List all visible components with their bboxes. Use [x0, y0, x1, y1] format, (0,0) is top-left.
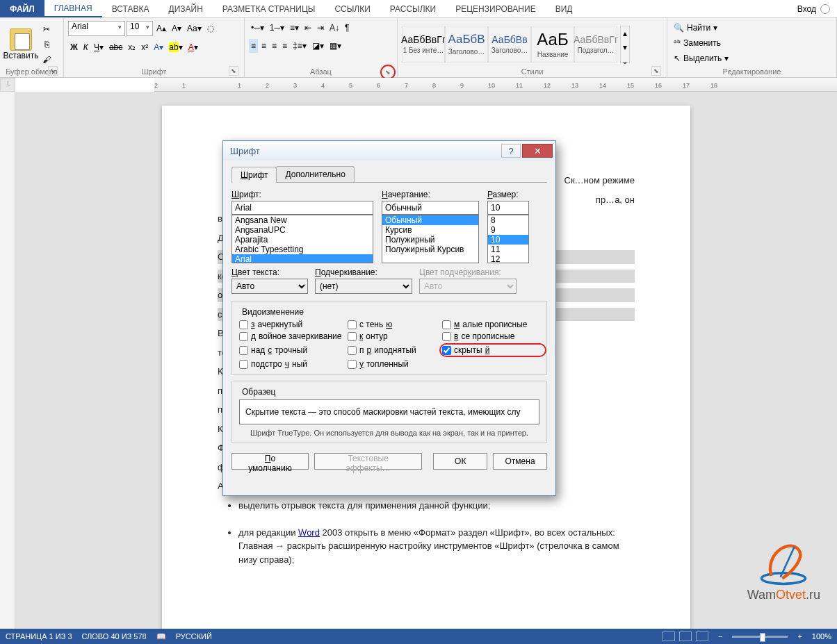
font-color-button[interactable]: A▾ [186, 40, 200, 54]
view-web-icon[interactable] [696, 631, 708, 641]
font-name-select[interactable]: Arial [68, 21, 125, 36]
default-button[interactable]: По умолчанию [231, 453, 309, 470]
chk-strike[interactable]: зачеркнутый [239, 320, 343, 329]
align-right-button[interactable]: ≡ [270, 39, 279, 53]
show-marks-button[interactable]: ¶ [343, 21, 351, 35]
tab-references[interactable]: ССЫЛКИ [325, 0, 380, 17]
chk-emboss[interactable]: приподнятый [348, 343, 438, 357]
tab-home[interactable]: ГЛАВНАЯ [44, 0, 102, 17]
styles-dialog-launcher[interactable]: ⬊ [651, 66, 661, 76]
word-link[interactable]: Word [298, 527, 320, 538]
strike-button[interactable]: abc [107, 40, 124, 54]
font-size-select[interactable]: 10 [127, 21, 153, 36]
bold-button[interactable]: Ж [68, 40, 80, 54]
underline-select[interactable]: (нет) [315, 279, 412, 294]
align-center-button[interactable]: ≡ [259, 39, 268, 53]
ruler-corner[interactable]: └ [0, 78, 15, 92]
tab-file[interactable]: ФАЙЛ [0, 0, 44, 17]
language[interactable]: РУССКИЙ [176, 632, 212, 641]
dialog-help-button[interactable]: ? [501, 144, 521, 158]
style-list[interactable]: Обычный Курсив Полужирный Полужирный Кур… [382, 215, 479, 263]
word-count[interactable]: СЛОВО 40 ИЗ 578 [82, 632, 147, 641]
styles-expand[interactable]: ⌄ [621, 54, 629, 68]
tab-view[interactable]: ВИД [546, 0, 583, 17]
increase-indent-button[interactable]: ⇥ [315, 21, 326, 35]
vertical-ruler[interactable] [0, 92, 15, 629]
font-dialog-launcher[interactable]: ⬊ [229, 66, 238, 76]
cut-button[interactable]: ✂ [40, 22, 53, 36]
tab-layout[interactable]: РАЗМЕТКА СТРАНИЦЫ [213, 0, 325, 17]
line-spacing-button[interactable]: ‡≡▾ [291, 39, 309, 53]
clipboard-dialog-launcher[interactable]: ⬊ [48, 66, 58, 76]
italic-button[interactable]: К [81, 40, 90, 54]
chk-allcaps[interactable]: все прописные [442, 331, 546, 341]
tab-design[interactable]: ДИЗАЙН [159, 0, 213, 17]
style-normal[interactable]: АаБбВвГг1 Без инте… [402, 26, 445, 63]
paste-button[interactable]: Вставить [4, 28, 38, 60]
dialog-close-button[interactable]: ✕ [522, 144, 553, 158]
tab-review[interactable]: РЕЦЕНЗИРОВАНИЕ [446, 0, 545, 17]
font-size-input[interactable] [487, 201, 529, 215]
change-case-button[interactable]: Aa▾ [185, 21, 204, 36]
style-heading1[interactable]: АаБбВЗаголово… [445, 26, 488, 63]
zoom-slider[interactable] [732, 636, 788, 638]
font-dialog: Шрифт ? ✕ Шрифт Дополнительно Шрифт: Ang… [222, 140, 556, 496]
superscript-button[interactable]: x² [139, 40, 150, 54]
multilevel-button[interactable]: ≡▾ [288, 21, 301, 35]
replace-button[interactable]: ᵃᵇЗаменить [672, 36, 832, 50]
size-list[interactable]: 8 9 10 11 12 [487, 215, 529, 263]
styles-scroll-down[interactable]: ▾ [621, 40, 629, 54]
underline-button[interactable]: Ч▾ [92, 40, 106, 54]
numbering-button[interactable]: 1─▾ [268, 21, 286, 35]
styles-scroll-up[interactable]: ▴ [621, 26, 629, 40]
cancel-button[interactable]: Отмена [493, 453, 547, 470]
select-button[interactable]: ↖Выделить ▾ [672, 51, 832, 65]
chk-super[interactable]: надстрочный [239, 343, 343, 357]
page-count[interactable]: СТРАНИЦА 1 ИЗ 3 [6, 632, 72, 641]
menubar: ФАЙЛ ГЛАВНАЯ ВСТАВКА ДИЗАЙН РАЗМЕТКА СТР… [0, 0, 837, 18]
style-subtitle[interactable]: АаБбВвГгПодзагол… [574, 26, 617, 63]
clear-format-button[interactable]: ◌ [205, 21, 216, 36]
highlight-button[interactable]: ab▾ [167, 40, 184, 54]
subscript-button[interactable]: x₂ [126, 40, 138, 54]
font-list[interactable]: Angsana New AngsanaUPC Aparajita Arabic … [231, 215, 373, 263]
tab-insert[interactable]: ВСТАВКА [102, 0, 159, 17]
font-style-input[interactable] [382, 201, 479, 215]
view-print-icon[interactable] [679, 631, 692, 641]
tab-mailings[interactable]: РАССЫЛКИ [380, 0, 446, 17]
borders-button[interactable]: ▦▾ [327, 39, 343, 53]
login-link[interactable]: Вход [797, 4, 816, 14]
zoom-in[interactable]: + [797, 632, 802, 641]
style-heading2[interactable]: АаБбВвЗаголово… [488, 26, 531, 63]
sort-button[interactable]: A↓ [327, 21, 341, 35]
format-painter-button[interactable]: 🖌 [40, 53, 53, 67]
chk-shadow[interactable]: с тенью [348, 320, 438, 329]
chk-hidden[interactable]: скрытый [439, 343, 546, 357]
style-title[interactable]: АаБНазвание [531, 26, 574, 63]
increase-font-button[interactable]: A▴ [154, 21, 168, 36]
user-avatar-icon[interactable] [820, 4, 830, 14]
font-color-select[interactable]: Авто [231, 279, 308, 294]
zoom-out[interactable]: − [718, 632, 722, 641]
chk-smallcaps[interactable]: малые прописные [442, 320, 546, 329]
chk-engrave[interactable]: утопленный [348, 359, 438, 369]
tab-advanced[interactable]: Дополнительно [276, 166, 354, 182]
find-button[interactable]: 🔍Найти ▾ [672, 21, 832, 35]
tab-font[interactable]: Шрифт [231, 167, 277, 183]
chk-sub[interactable]: подстрочный [239, 359, 343, 369]
spell-check[interactable]: 📖 [156, 632, 166, 641]
view-read-icon[interactable] [663, 631, 675, 641]
align-left-button[interactable]: ≡ [249, 39, 258, 53]
shading-button[interactable]: ◪▾ [310, 39, 326, 53]
align-justify-button[interactable]: ≡ [280, 39, 289, 53]
ok-button[interactable]: ОК [433, 453, 487, 470]
font-name-input[interactable] [231, 201, 373, 215]
chk-outline[interactable]: контур [348, 331, 438, 341]
chk-dstrike[interactable]: двойное зачеркивание [239, 331, 343, 341]
zoom-value[interactable]: 100% [812, 632, 831, 641]
copy-button[interactable]: ⎘ [40, 38, 53, 51]
bullets-button[interactable]: •─▾ [249, 21, 266, 35]
text-effects-button[interactable]: A▾ [152, 40, 165, 54]
decrease-indent-button[interactable]: ⇤ [302, 21, 314, 35]
decrease-font-button[interactable]: A▾ [170, 21, 184, 36]
